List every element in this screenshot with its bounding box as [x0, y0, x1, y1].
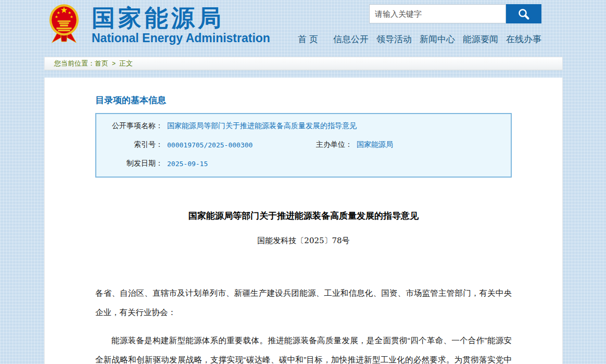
info-name-value-link[interactable]: 国家能源局等部门关于推进能源装备高质量发展的指导意见: [167, 121, 357, 131]
main-nav: 首 页 信息公开 领导活动 新闻中心 能源要闻 在线办事: [298, 33, 541, 45]
breadcrumb-separator: >: [112, 60, 116, 67]
nav-item-leadership[interactable]: 领导活动: [376, 33, 412, 45]
info-date-label: 制发日期：: [96, 159, 163, 168]
nav-item-info-disclosure[interactable]: 信息公开: [333, 33, 369, 45]
main-content: 目录项的基本信息 公开事项名称： 国家能源局等部门关于推进能源装备高质量发展的指…: [44, 78, 563, 364]
article-paragraph: 能源装备是构建新型能源体系的重要载体。推进能源装备高质量发展，是全面贯彻“四个革…: [95, 331, 512, 364]
breadcrumb: 您当前位置： 首页 > 正文: [44, 57, 563, 70]
info-row-index-org: 索引号： 000019705/2025-000300 主办单位： 国家能源局: [96, 135, 511, 154]
breadcrumb-home-link[interactable]: 首页: [95, 59, 108, 68]
section-heading: 目录项的基本信息: [95, 78, 512, 106]
article-doc-number: 国能发科技〔2025〕78号: [95, 236, 512, 246]
search-area: [369, 4, 541, 23]
national-emblem-logo: [48, 3, 80, 45]
site-title-en: National Energy Administration: [92, 31, 270, 45]
search-button[interactable]: [506, 4, 541, 23]
nav-item-energy-news[interactable]: 能源要闻: [463, 33, 498, 45]
info-index-label: 索引号：: [96, 140, 163, 149]
breadcrumb-current: 正文: [119, 59, 133, 68]
site-title-block: 国家能源局 National Energy Administration: [92, 5, 270, 45]
info-org-value-link[interactable]: 国家能源局: [357, 140, 393, 149]
nav-item-online-services[interactable]: 在线办事: [506, 33, 541, 45]
article-title: 国家能源局等部门关于推进能源装备高质量发展的指导意见: [95, 210, 512, 222]
directory-info-box: 公开事项名称： 国家能源局等部门关于推进能源装备高质量发展的指导意见 索引号： …: [95, 113, 512, 178]
site-title-cn: 国家能源局: [92, 5, 270, 31]
info-index-value: 000019705/2025-000300: [167, 141, 313, 149]
search-icon: [517, 7, 531, 21]
nav-item-news-center[interactable]: 新闻中心: [420, 33, 455, 45]
info-date-value: 2025-09-15: [167, 160, 208, 168]
info-org-label: 主办单位：: [313, 140, 352, 149]
info-row-date: 制发日期： 2025-09-15: [96, 154, 511, 173]
search-input[interactable]: [369, 4, 506, 23]
info-row-name: 公开事项名称： 国家能源局等部门关于推进能源装备高质量发展的指导意见: [96, 117, 511, 135]
site-header: 国家能源局 National Energy Administration 首 页…: [0, 0, 606, 52]
nav-item-home[interactable]: 首 页: [298, 33, 318, 45]
info-name-label: 公开事项名称：: [96, 121, 163, 131]
article-body: 各省、自治区、直辖市及计划单列市、新疆生产建设兵团能源、工业和信息化、国资、市场…: [95, 283, 512, 364]
breadcrumb-prefix: 您当前位置：: [54, 59, 95, 68]
article-paragraph: 各省、自治区、直辖市及计划单列市、新疆生产建设兵团能源、工业和信息化、国资、市场…: [95, 283, 512, 322]
